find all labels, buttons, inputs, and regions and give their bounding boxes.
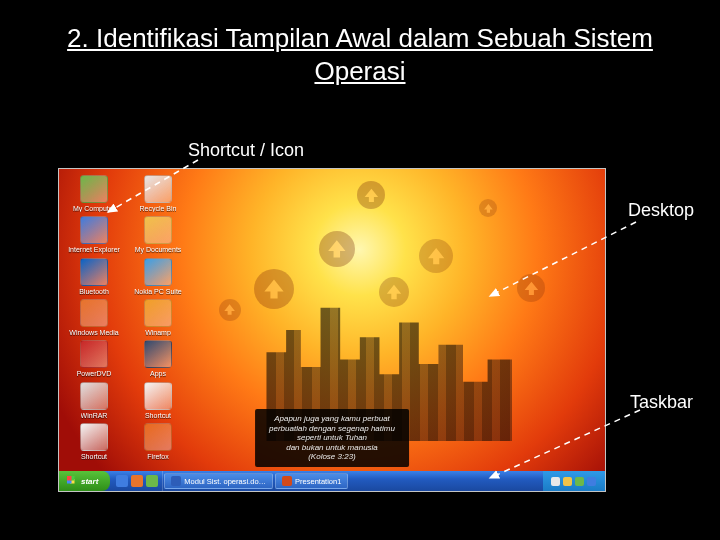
slide-title: 2. Identifikasi Tampilan Awal dalam Sebu… <box>0 0 720 97</box>
app-icon <box>80 423 108 451</box>
desktop-icon[interactable]: My Computer <box>63 175 125 212</box>
desktop-icon[interactable]: Bluetooth <box>63 258 125 295</box>
desktop-icon-label: Recycle Bin <box>140 205 177 212</box>
arrow-up-icon <box>517 274 545 302</box>
arrow-up-icon <box>254 269 294 309</box>
app-icon <box>144 299 172 327</box>
tray-icon[interactable] <box>551 477 560 486</box>
quicklaunch-icon[interactable] <box>146 475 158 487</box>
app-icon <box>80 216 108 244</box>
app-icon <box>80 175 108 203</box>
app-icon <box>144 340 172 368</box>
app-icon <box>80 258 108 286</box>
word-icon <box>171 476 181 486</box>
desktop-icon-label: Shortcut <box>145 412 171 419</box>
app-icon <box>144 382 172 410</box>
taskbar-item[interactable]: Presentation1 <box>275 473 348 489</box>
quick-launch <box>112 471 163 491</box>
app-icon <box>80 340 108 368</box>
app-icon <box>80 382 108 410</box>
app-icon <box>144 423 172 451</box>
tray-icon[interactable] <box>587 477 596 486</box>
tray-icon[interactable] <box>563 477 572 486</box>
tray-icon[interactable] <box>575 477 584 486</box>
desktop-icon-label: Firefox <box>147 453 168 460</box>
desktop-icon[interactable]: WinRAR <box>63 382 125 419</box>
desktop-icon-label: Winamp <box>145 329 171 336</box>
arrow-up-icon <box>479 199 497 217</box>
app-icon <box>144 216 172 244</box>
app-icon <box>80 299 108 327</box>
desktop-icon-label: Bluetooth <box>79 288 109 295</box>
desktop-icon-label: PowerDVD <box>77 370 112 377</box>
desktop-icon[interactable]: Windows Media <box>63 299 125 336</box>
desktop-icon[interactable]: Shortcut <box>63 423 125 460</box>
desktop-icon[interactable]: Apps <box>127 340 189 377</box>
quicklaunch-icon[interactable] <box>116 475 128 487</box>
taskbar: start Modul Sist. operasi.do… Presentati… <box>59 471 605 491</box>
quicklaunch-icon[interactable] <box>131 475 143 487</box>
desktop-icon-label: Shortcut <box>81 453 107 460</box>
quote-line: dan bukan untuk manusia <box>269 443 395 453</box>
taskbar-item-label: Modul Sist. operasi.do… <box>184 477 266 486</box>
desktop-icon-label: Internet Explorer <box>68 246 120 253</box>
system-tray[interactable] <box>543 471 605 491</box>
quote-line: seperti untuk Tuhan <box>269 433 395 443</box>
desktop-icon[interactable]: Winamp <box>127 299 189 336</box>
desktop-icon[interactable]: Internet Explorer <box>63 216 125 253</box>
annotation-shortcut: Shortcut / Icon <box>188 140 304 161</box>
desktop-icon-label: My Computer <box>73 205 115 212</box>
desktop-icon-grid: My ComputerRecycle BinInternet ExplorerM… <box>63 175 203 460</box>
quote-line: Apapun juga yang kamu perbuat <box>269 414 395 424</box>
arrow-up-icon <box>379 277 409 307</box>
desktop-icon[interactable]: My Documents <box>127 216 189 253</box>
desktop-icon[interactable]: Shortcut <box>127 382 189 419</box>
os-screenshot: My ComputerRecycle BinInternet ExplorerM… <box>58 168 606 492</box>
start-label: start <box>81 477 98 486</box>
arrow-up-icon <box>319 231 355 267</box>
desktop-icon-label: Windows Media <box>69 329 118 336</box>
annotation-desktop: Desktop <box>628 200 694 221</box>
annotation-taskbar: Taskbar <box>630 392 693 413</box>
desktop-icon[interactable]: Recycle Bin <box>127 175 189 212</box>
desktop-icon[interactable]: Firefox <box>127 423 189 460</box>
app-icon <box>144 175 172 203</box>
desktop-icon[interactable]: Nokia PC Suite <box>127 258 189 295</box>
arrow-up-icon <box>219 299 241 321</box>
desktop-icon-label: My Documents <box>135 246 182 253</box>
quote-ref: (Kolose 3:23) <box>269 452 395 462</box>
app-icon <box>144 258 172 286</box>
arrow-up-icon <box>419 239 453 273</box>
desktop-icon-label: WinRAR <box>81 412 108 419</box>
arrow-up-icon <box>357 181 385 209</box>
taskbar-item[interactable]: Modul Sist. operasi.do… <box>164 473 273 489</box>
quote-line: perbuatlah dengan segenap hatimu <box>269 424 395 434</box>
windows-logo-icon <box>67 476 77 486</box>
taskbar-item-label: Presentation1 <box>295 477 341 486</box>
powerpoint-icon <box>282 476 292 486</box>
start-button[interactable]: start <box>59 471 110 491</box>
desktop-icon-label: Nokia PC Suite <box>134 288 181 295</box>
desktop-quote-banner: Apapun juga yang kamu perbuat perbuatlah… <box>255 409 409 467</box>
desktop-icon[interactable]: PowerDVD <box>63 340 125 377</box>
desktop-icon-label: Apps <box>150 370 166 377</box>
